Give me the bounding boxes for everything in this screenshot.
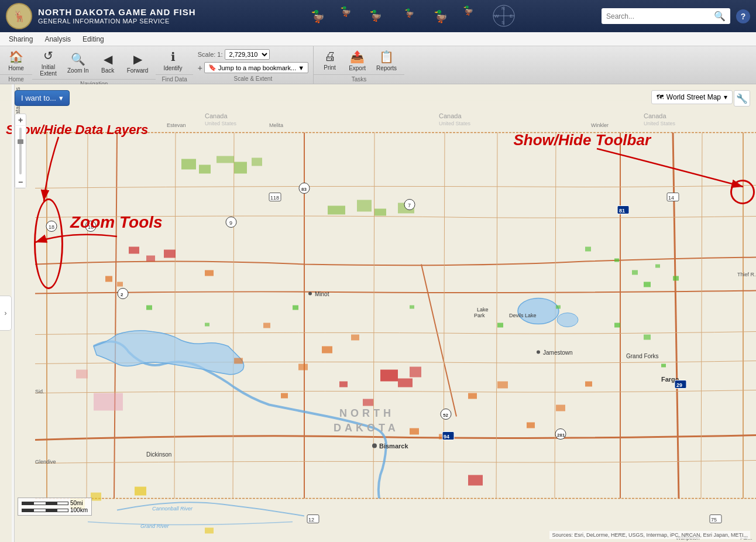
svg-text:118: 118 — [270, 195, 279, 201]
svg-rect-78 — [91, 493, 101, 501]
svg-rect-72 — [614, 259, 619, 262]
extent-icon: ↺ — [43, 49, 53, 63]
find-data-group-label: Find Data — [156, 74, 193, 84]
basemap-label: World Street Map — [666, 93, 721, 101]
export-button[interactable]: 📤 Export — [344, 47, 370, 74]
svg-rect-66 — [497, 323, 503, 328]
svg-rect-51 — [497, 382, 508, 389]
svg-text:Cannonball River: Cannonball River — [152, 506, 193, 512]
svg-rect-43 — [117, 282, 123, 287]
zoom-slider[interactable] — [19, 128, 22, 174]
basemap-button[interactable]: 🗺 World Street Map ▾ — [651, 90, 733, 104]
zoom-in-button[interactable]: 🔍 Zoom In — [63, 50, 94, 76]
svg-rect-52 — [527, 423, 535, 428]
dropdown-arrow-icon: ▾ — [59, 94, 63, 102]
svg-text:18: 18 — [49, 224, 54, 230]
scale-extent-group: Scale: 1: 2,729,310 1,000,000 500,000 + … — [193, 46, 314, 84]
svg-text:Canada: Canada — [644, 112, 666, 119]
svg-rect-59 — [298, 364, 308, 371]
bookmark-button[interactable]: 🔖 Jump to a map bookmark... ▼ — [204, 62, 308, 73]
svg-text:Canada: Canada — [439, 112, 462, 119]
map-container[interactable]: Canada United States Canada United State… — [0, 84, 756, 542]
svg-rect-41 — [468, 475, 483, 486]
svg-rect-32 — [357, 200, 372, 212]
export-icon: 📤 — [350, 50, 365, 64]
svg-text:Estevan: Estevan — [167, 122, 186, 128]
scale-extent-label: Scale & Extent — [198, 76, 308, 82]
svg-point-25 — [557, 313, 578, 327]
map-attribution: Sources: Esri, DeLorme, HERE, USGS, Inte… — [549, 531, 750, 539]
zoom-plus-button[interactable]: + — [15, 114, 26, 126]
search-input[interactable] — [606, 12, 711, 20]
reports-button[interactable]: 📋 Reports — [372, 47, 401, 74]
zoom-slider-thumb[interactable] — [18, 139, 23, 144]
svg-rect-75 — [655, 265, 660, 268]
home-button[interactable]: 🏠 Home — [3, 47, 29, 74]
org-logo: 🦌 — [6, 3, 32, 29]
svg-text:Grand River: Grand River — [140, 523, 170, 529]
svg-text:Lake: Lake — [477, 307, 489, 313]
svg-text:Minot: Minot — [315, 291, 329, 297]
svg-rect-44 — [205, 270, 214, 276]
svg-rect-73 — [632, 270, 638, 275]
dropdown-icon: ▼ — [298, 64, 304, 71]
zoom-in-icon: 🔍 — [71, 52, 85, 66]
scale-line-km — [22, 509, 68, 512]
menu-analysis[interactable]: Analysis — [39, 32, 77, 46]
plus-icon: + — [198, 63, 202, 73]
search-icon: 🔍 — [714, 11, 726, 22]
svg-text:🦆: 🦆 — [404, 8, 415, 18]
scale-label: Scale: 1: — [198, 51, 223, 58]
scale-label-miles: 50mi — [70, 500, 83, 506]
svg-rect-47 — [351, 335, 359, 341]
svg-rect-64 — [293, 306, 298, 310]
chevron-down-icon: ▾ — [724, 93, 727, 101]
svg-text:Dickinson: Dickinson — [146, 451, 171, 458]
svg-rect-35 — [129, 247, 139, 254]
forward-icon: ▶ — [133, 52, 142, 66]
svg-rect-70 — [661, 364, 666, 368]
svg-rect-63 — [205, 323, 209, 327]
scale-select[interactable]: 2,729,310 1,000,000 500,000 — [225, 49, 270, 60]
svg-text:7: 7 — [408, 203, 411, 208]
org-title: North Dakota Game and Fish General Infor… — [38, 7, 196, 25]
svg-rect-71 — [585, 247, 591, 252]
menu-bar: Sharing Analysis Editing — [0, 32, 756, 46]
menu-editing[interactable]: Editing — [77, 32, 110, 46]
help-button[interactable]: ? — [736, 9, 750, 23]
map-background: Canada United States Canada United State… — [0, 84, 756, 542]
svg-rect-60 — [339, 382, 348, 387]
print-button[interactable]: 🖨 Print — [317, 47, 343, 73]
scale-bar: 50mi 100km — [18, 498, 92, 516]
svg-text:Park: Park — [474, 313, 485, 318]
svg-rect-36 — [146, 256, 155, 262]
svg-point-85 — [537, 351, 540, 354]
search-box[interactable]: 🔍 — [602, 8, 730, 24]
zoom-minus-button[interactable]: − — [15, 176, 26, 188]
back-button[interactable]: ◀ Back — [95, 50, 121, 76]
svg-rect-40 — [410, 367, 421, 378]
svg-text:🦆: 🦆 — [369, 9, 383, 22]
svg-text:🦆: 🦆 — [434, 9, 448, 23]
svg-text:United States: United States — [439, 121, 471, 126]
toolbar: 🏠 Home Home ↺ InitialExtent 🔍 Zoom In ◀ … — [0, 46, 756, 84]
initial-extent-button[interactable]: ↺ InitialExtent — [35, 46, 61, 79]
settings-button[interactable]: 🔧 — [734, 90, 750, 107]
svg-point-83 — [308, 292, 312, 296]
svg-text:Jamestown: Jamestown — [543, 349, 573, 356]
identify-button[interactable]: ℹ Identify — [159, 47, 187, 74]
svg-text:Grand Forks: Grand Forks — [626, 353, 659, 359]
svg-rect-54 — [585, 382, 592, 387]
left-panel-toggle[interactable]: › — [0, 296, 12, 331]
app-header: 🦌 North Dakota Game and Fish General Inf… — [0, 0, 756, 32]
svg-text:16: 16 — [88, 224, 94, 230]
svg-text:83: 83 — [301, 187, 307, 192]
forward-button[interactable]: ▶ Forward — [122, 50, 153, 76]
svg-rect-39 — [398, 379, 413, 387]
svg-text:Winkler: Winkler — [591, 122, 609, 128]
svg-text:S: S — [501, 20, 504, 25]
svg-text:Melita: Melita — [269, 122, 283, 128]
map-icon: 🗺 — [657, 93, 664, 101]
iwantto-button[interactable]: I want to... ▾ — [15, 90, 70, 106]
menu-sharing[interactable]: Sharing — [3, 32, 39, 46]
